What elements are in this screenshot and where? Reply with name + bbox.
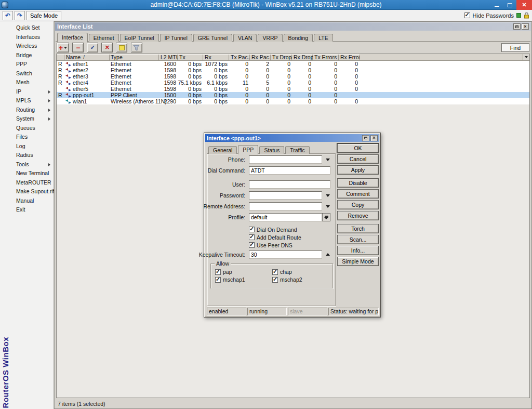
comment-button[interactable] (116, 43, 127, 52)
add-default-route-checkbox[interactable] (249, 234, 255, 240)
copy-button[interactable]: Copy (337, 200, 379, 209)
remote-address-input[interactable] (249, 202, 322, 210)
cancel-button[interactable]: Cancel (337, 154, 379, 164)
safe-mode-button[interactable]: Safe Mode (26, 11, 61, 20)
sidebar-item-ppp[interactable]: PPP (14, 60, 53, 69)
find-button[interactable]: Find (501, 43, 529, 52)
tab-gre-tunnel[interactable]: GRE Tunnel (193, 34, 232, 42)
table-row-ether3[interactable]: R ether3 Ethernet 1598 0 bps 0 bps 0 0 0… (57, 73, 529, 80)
add-interface-button[interactable]: + (57, 43, 69, 52)
header-name[interactable]: Name/ (64, 54, 110, 60)
phone-dropdown-icon[interactable] (326, 159, 330, 161)
info-button[interactable]: Info... (337, 246, 379, 255)
profile-combo-button[interactable] (322, 213, 330, 221)
tab-vlan[interactable]: VLAN (233, 34, 257, 42)
sidebar-item-new-terminal[interactable]: New Terminal (14, 169, 53, 178)
table-row-wlan1[interactable]: wlan1 Wireless (Atheros 11N) 2290 0 bps … (57, 98, 529, 104)
tab-ip-tunnel[interactable]: IP Tunnel (160, 34, 192, 42)
comment-button[interactable]: Comment (337, 189, 379, 199)
tab-lte[interactable]: LTE (314, 34, 332, 42)
table-row-ether5[interactable]: ether5 Ethernet 1598 0 bps 0 bps 0 0 0 0… (57, 86, 529, 92)
password-dropdown-icon[interactable] (326, 194, 330, 197)
tab-ethernet[interactable]: Ethernet (89, 34, 119, 42)
enable-interface-button[interactable]: ✓ (87, 43, 98, 52)
minimize-button[interactable] (490, 0, 503, 10)
header-rx[interactable]: Rx (203, 54, 229, 60)
sidebar-item-radius[interactable]: Radius (14, 151, 53, 160)
disable-interface-button[interactable]: ✕ (101, 43, 113, 52)
password-input[interactable] (249, 191, 322, 200)
sidebar-item-bridge[interactable]: Bridge (14, 51, 53, 60)
header-type[interactable]: Type (110, 54, 159, 60)
header-l2mtu[interactable]: L2 MTU (159, 54, 178, 60)
header-tx[interactable]: Tx (178, 54, 203, 60)
remove-interface-button[interactable]: − (72, 43, 84, 52)
user-input[interactable] (249, 180, 330, 189)
table-row-ppp-out1[interactable]: R ppp-out1 PPP Client 1500 0 bps 0 bps 0… (57, 92, 529, 98)
keepalive-input[interactable] (249, 250, 322, 259)
dialog-titlebar[interactable]: Interface <ppp-out1> × (205, 134, 379, 142)
remote-address-dropdown-icon[interactable] (326, 205, 330, 208)
profile-input[interactable] (249, 213, 322, 221)
sidebar-item-mpls[interactable]: MPLS (14, 96, 53, 105)
tab-general[interactable]: General (208, 146, 237, 154)
apply-button[interactable]: Apply (337, 165, 379, 175)
close-button[interactable]: ✕ (516, 0, 532, 10)
disable-button[interactable]: Disable (337, 178, 379, 188)
tab-interface[interactable]: Interface (57, 33, 88, 42)
hide-passwords-checkbox[interactable] (464, 12, 470, 18)
simple-mode-button[interactable]: Simple Mode (337, 257, 379, 266)
dial-command-input[interactable] (249, 166, 330, 175)
torch-button[interactable]: Torch (337, 224, 379, 233)
mschap1-checkbox[interactable] (215, 277, 221, 283)
tab-vrrp[interactable]: VRRP (258, 34, 282, 42)
sidebar-item-make-supout[interactable]: Make Supout.rif (14, 187, 53, 196)
sidebar-item-system[interactable]: System (14, 114, 53, 124)
chap-checkbox[interactable] (272, 269, 278, 275)
keepalive-up-arrow-icon[interactable] (326, 253, 330, 256)
undo-button[interactable]: ↶ (3, 11, 13, 20)
redo-button[interactable]: ↷ (15, 11, 25, 20)
sidebar-item-manual[interactable]: Manual (14, 196, 53, 206)
sidebar-item-switch[interactable]: Switch (14, 69, 53, 78)
table-row-ether4[interactable]: R ether4 Ethernet 1598 75.1 kbps 6.1 kbp… (57, 80, 529, 86)
header-tx-errors[interactable]: Tx Errors (313, 54, 339, 60)
sidebar-item-wireless[interactable]: Wireless (14, 42, 53, 51)
window-restore-button[interactable] (513, 23, 521, 30)
phone-input[interactable] (249, 155, 322, 164)
sidebar-item-log[interactable]: Log (14, 142, 53, 151)
dialog-restore-button[interactable] (362, 135, 369, 141)
table-row-ether1[interactable]: R ether1 Ethernet 1600 0 bps 1072 bps 0 … (57, 61, 529, 67)
mschap2-checkbox[interactable] (272, 277, 278, 283)
sidebar-item-quick-set[interactable]: Quick Set (14, 23, 53, 33)
window-close-button[interactable]: × (522, 23, 529, 30)
dialog-close-button[interactable]: × (370, 135, 378, 141)
dial-on-demand-checkbox[interactable] (249, 227, 255, 232)
header-tx-packets[interactable]: Tx Pac... (229, 54, 250, 60)
sidebar-item-tools[interactable]: Tools (14, 160, 53, 169)
sidebar-item-queues[interactable]: Queues (14, 124, 53, 133)
app-titlebar[interactable]: admin@D4:CA:6D:7E:F8:CB (MikroTik) - Win… (0, 0, 532, 10)
interface-list-titlebar[interactable]: Interface List × (55, 22, 531, 31)
column-chooser-button[interactable] (523, 54, 529, 60)
remove-button[interactable]: Remove (337, 211, 379, 220)
tab-bonding[interactable]: Bonding (284, 34, 313, 42)
ok-button[interactable]: OK (337, 143, 379, 153)
sidebar-item-ip[interactable]: IP (14, 87, 53, 97)
maximize-button[interactable] (503, 0, 516, 10)
header-tx-drops[interactable]: Tx Drops (271, 54, 292, 60)
scan-button[interactable]: Scan... (337, 235, 379, 244)
sidebar-item-mesh[interactable]: Mesh (14, 78, 53, 87)
sidebar-item-exit[interactable]: Exit (14, 205, 53, 215)
tab-traffic[interactable]: Traffic (285, 146, 310, 154)
filter-button[interactable] (131, 43, 142, 52)
sidebar-item-files[interactable]: Files (14, 133, 53, 142)
pap-checkbox[interactable] (215, 269, 221, 275)
tab-ppp[interactable]: PPP (238, 145, 258, 154)
sidebar-item-routing[interactable]: Routing (14, 105, 53, 115)
sidebar-item-interfaces[interactable]: Interfaces (14, 33, 53, 42)
use-peer-dns-checkbox[interactable] (249, 242, 255, 248)
header-rx-drops[interactable]: Rx Drops (292, 54, 313, 60)
tab-status[interactable]: Status (259, 146, 284, 154)
header-flag[interactable] (57, 54, 64, 60)
